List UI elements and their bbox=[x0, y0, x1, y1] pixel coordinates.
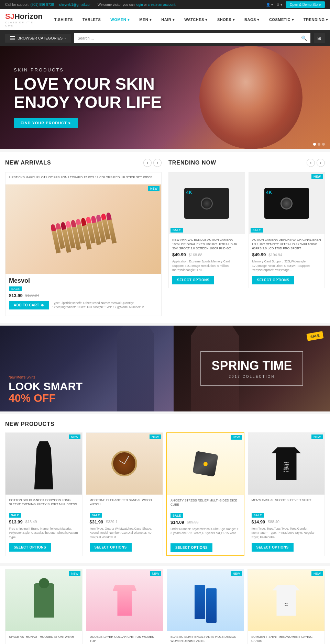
logo[interactable]: SJHorizon CLASS OF IT'S OWN bbox=[5, 12, 43, 27]
nav-bags[interactable]: BAGS ▾ bbox=[240, 14, 264, 25]
split-banner: New Men's Shirts LOOK SMART 40% OFF SALE… bbox=[0, 326, 330, 411]
hamburger-icon bbox=[10, 36, 15, 40]
search-bar: BROWSER CATEGORIES ~ 🔍 ⊞ bbox=[0, 30, 330, 46]
tshirt-shape: KEEPCALMANDDON'TBLINK bbox=[272, 447, 301, 480]
nav-men[interactable]: MEN ▾ bbox=[134, 14, 156, 25]
next-arrow[interactable]: › bbox=[153, 159, 162, 167]
prev-arrow[interactable]: ‹ bbox=[143, 159, 152, 167]
settings-icon[interactable]: ⚙ ▾ bbox=[276, 3, 282, 7]
nav-hair[interactable]: HAIR ▾ bbox=[156, 14, 179, 25]
new-product-4-desc: Item Type: Tops;Tops Type: Tees;Gender: … bbox=[252, 527, 321, 540]
dot-2[interactable] bbox=[318, 143, 320, 146]
trending-prev-arrow[interactable]: ‹ bbox=[307, 159, 315, 167]
new-product-1-info: COTTON SOLID V-NECK BODYCON LONG SLEEVE … bbox=[6, 495, 82, 555]
nav-tshirts[interactable]: T-SHIRTS bbox=[50, 14, 78, 25]
trending-select-1-button[interactable]: SELECT OPTIONS bbox=[172, 276, 214, 284]
forty-off-title: 40% OFF bbox=[9, 392, 82, 405]
bottom-product-3-image: NEW bbox=[167, 569, 244, 631]
bottom-product-1-info: SPACE ASTRONAUT HOODED SPORTWEAR bbox=[6, 631, 82, 644]
sale-badge-1: SALE bbox=[170, 228, 183, 233]
nav-women[interactable]: WOMEN ▾ bbox=[106, 14, 134, 25]
new-product-3-desc: Order Number: Asymmetrical Cube;Age Rang… bbox=[170, 527, 240, 541]
bottom-product-1-name: SPACE ASTRONAUT HOODED SPORTWEAR bbox=[9, 635, 79, 644]
header: SJHorizon CLASS OF IT'S OWN T-SHIRTS TAB… bbox=[0, 9, 330, 30]
new-product-4-info: MEN'S CASUAL SHORT SLEEVE T SHIRT SALE $… bbox=[248, 495, 325, 555]
bottom-product-3-name: ELASTIC SLIM PENCIL PANTS HOLE DESIGN WO… bbox=[170, 635, 240, 644]
add-to-cart-button[interactable]: ADD TO CART ⊕ bbox=[9, 301, 49, 309]
new-product-3-price-old: $89.99 bbox=[187, 520, 199, 524]
new-product-2-select-button[interactable]: SELECT OPTIONS bbox=[90, 543, 132, 552]
hero-title: LOVE YOUR SKIN ENJOY YOUR LIFE bbox=[14, 75, 162, 112]
new-product-3-image: NEW bbox=[167, 433, 244, 495]
hero-content: SKIN PRODUCTS LOVE YOUR SKIN ENJOY YOUR … bbox=[0, 57, 175, 138]
trending-price-1-current: $49.99 bbox=[172, 252, 186, 257]
trending-product-2: NEW SALE 4K ACTION CAMERA DEPORTIVA ORIG… bbox=[249, 172, 325, 288]
phone-link[interactable]: (801) 896-8738 bbox=[30, 3, 54, 7]
nav-watches[interactable]: WATCHES ▾ bbox=[179, 14, 212, 25]
man-silhouette bbox=[105, 326, 167, 411]
trending-select-2-button[interactable]: SELECT OPTIONS bbox=[252, 276, 294, 284]
dot-3[interactable] bbox=[322, 143, 325, 146]
new-product-2-desc: Item Type: Quartz Wristwatches;Case Shap… bbox=[90, 527, 160, 540]
new-arrivals-column: NEW ARRIVALS ‹ › LIPSTICKS MAKEUP LOT HO… bbox=[5, 159, 162, 316]
new-product-4-image: NEW KEEPCALMANDDON'TBLINK bbox=[248, 433, 325, 495]
bottom-product-3-new-badge: NEW bbox=[231, 571, 242, 576]
nav-cosmetic[interactable]: COSMETIC ▾ bbox=[264, 14, 299, 25]
search-button[interactable]: 🔍 bbox=[298, 33, 310, 43]
trending-now-column: TRENDING NOW ‹ › SALE 4K bbox=[168, 159, 325, 316]
new-arrivals-nav-arrows: ‹ › bbox=[143, 159, 162, 167]
dot-1[interactable] bbox=[313, 143, 316, 146]
featured-price-current: $13.99 bbox=[9, 293, 23, 298]
sale-tag: SALE bbox=[307, 331, 324, 341]
user-icon[interactable]: 👤 ▾ bbox=[266, 3, 273, 7]
bottom-product-1-image: NEW bbox=[6, 569, 82, 631]
new-product-3-price: $14.09 $89.99 bbox=[170, 520, 240, 525]
new-badge: NEW bbox=[148, 186, 160, 191]
hero-cta-button[interactable]: FIND YOUR PRODUCT > bbox=[14, 118, 78, 128]
trending-product-1: SALE 4K NEW ARRIVAL BUNDLE ACTION CAMERA… bbox=[168, 172, 245, 288]
login-link[interactable]: login bbox=[136, 3, 143, 7]
new-product-1-select-button[interactable]: SELECT OPTIONS bbox=[9, 543, 51, 552]
top-bar: Call for support: (801) 896-8738 sheyreb… bbox=[0, 0, 330, 9]
search-input[interactable] bbox=[74, 34, 298, 43]
new-product-2-new-badge: NEW bbox=[150, 434, 161, 439]
watch-face bbox=[111, 451, 137, 476]
featured-product-desc: Type: Lipstick;Benefit: Other;Brand Name… bbox=[52, 301, 158, 309]
new-product-3-price-current: $14.09 bbox=[170, 520, 184, 525]
featured-product-card: LIPSTICKS MAKEUP LOT HOT FASHION LEOPARD… bbox=[5, 172, 162, 316]
cube-shape bbox=[192, 451, 218, 477]
new-product-2-info: MODERNE ELEGANT RED SANDAL WOOD WATCH SA… bbox=[86, 495, 163, 555]
collection-subtitle: 2017 COLLECTION bbox=[211, 375, 292, 379]
cart-button[interactable]: Open & Demo Store bbox=[286, 1, 325, 8]
spring-time-box: SPRING TIME 2017 COLLECTION bbox=[200, 351, 303, 386]
nav-shoes[interactable]: SHOES ▾ bbox=[212, 14, 240, 25]
new-product-1-desc: Free shipping!!! Brand Name: feitong;Mat… bbox=[9, 527, 79, 540]
new-product-3: NEW ANXIETY STRESS RELIEF MULTI-SIDED DI… bbox=[166, 432, 244, 556]
new-product-4-select-button[interactable]: SELECT OPTIONS bbox=[252, 543, 294, 552]
new-product-2-price-current: $31.99 bbox=[90, 519, 103, 524]
watch-hand-2 bbox=[119, 460, 125, 464]
split-left-content: New Men's Shirts LOOK SMART 40% OFF bbox=[9, 375, 82, 405]
nav-tablets[interactable]: TABLETS bbox=[78, 14, 106, 25]
new-product-3-select-button[interactable]: SELECT OPTIONS bbox=[170, 543, 212, 552]
grid-icon[interactable]: ⊞ bbox=[314, 33, 325, 43]
new-product-4-price: $14.99 $88.40 bbox=[252, 519, 321, 524]
trending-products-row: SALE 4K NEW ARRIVAL BUNDLE ACTION CAMERA… bbox=[168, 172, 325, 288]
trending-next-arrow[interactable]: › bbox=[317, 159, 325, 167]
trending-product-1-image: SALE 4K bbox=[169, 172, 245, 234]
new-product-1: NEW COTTON SOLID V-NECK BODYCON LONG SLE… bbox=[5, 432, 82, 556]
nav-trending[interactable]: TRENDING ▾ bbox=[299, 14, 330, 25]
phone-label: Call for support: (801) 896-8738 bbox=[5, 3, 54, 7]
new-product-1-price-current: $13.99 bbox=[9, 519, 23, 524]
browser-categories-label: BROWSER CATEGORIES ~ bbox=[18, 36, 66, 40]
summer-tshirt-shape: ♠ ♥♦ ♣ bbox=[273, 585, 300, 616]
email-link[interactable]: sheyreb1@gmail.com bbox=[59, 3, 92, 7]
trending-now-header: TRENDING NOW ‹ › bbox=[168, 159, 325, 167]
browser-categories-button[interactable]: BROWSER CATEGORIES ~ bbox=[5, 34, 71, 43]
create-account-link[interactable]: create an account. bbox=[148, 3, 176, 7]
featured-product-price: $13.99 $100.84 bbox=[9, 293, 158, 298]
search-input-wrap: 🔍 bbox=[74, 33, 310, 43]
new-product-2-sale-badge: SALE bbox=[90, 512, 160, 517]
trending-nav-arrows: ‹ › bbox=[307, 159, 325, 167]
new-product-4: NEW KEEPCALMANDDON'TBLINK MEN'S CASUAL S… bbox=[248, 432, 325, 556]
